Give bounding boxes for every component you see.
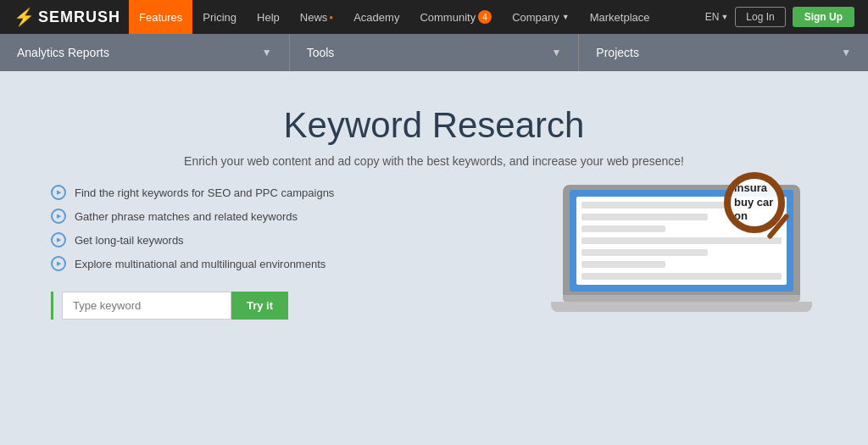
feature-item-1: Find the right keywords for SEO and PPC …	[51, 185, 529, 200]
login-button[interactable]: Log In	[735, 7, 785, 27]
lang-chevron-icon: ▼	[721, 13, 728, 21]
feature-icon-2	[51, 209, 66, 224]
language-selector[interactable]: EN ▼	[705, 11, 729, 23]
feature-item-4: Explore multinational and multilingual e…	[51, 256, 529, 271]
projects-chevron-icon: ▼	[841, 47, 851, 58]
nav-item-company[interactable]: Company ▼	[502, 0, 580, 34]
analytics-chevron-icon: ▼	[262, 47, 272, 58]
community-badge: 4	[478, 10, 492, 24]
features-list: Find the right keywords for SEO and PPC …	[51, 185, 529, 271]
page-title: Keyword Research	[51, 105, 817, 146]
screen-row-2	[581, 214, 708, 220]
laptop-image: insurabuy car on	[563, 185, 800, 312]
nav-items: Features Pricing Help News ● Academy Com…	[129, 0, 705, 34]
company-chevron-icon: ▼	[562, 13, 570, 21]
feature-icon-4	[51, 256, 66, 271]
tools-chevron-icon: ▼	[551, 47, 561, 58]
nav-item-marketplace[interactable]: Marketplace	[580, 0, 660, 34]
subnav-tools-label: Tools	[307, 46, 335, 59]
subnav-projects-label: Projects	[596, 46, 639, 59]
subnav-projects[interactable]: Projects ▼	[579, 34, 868, 71]
nav-right: EN ▼ Log In Sign Up	[705, 7, 854, 27]
nav-item-community[interactable]: Community 4	[409, 0, 502, 34]
logo-icon: ⚡	[14, 7, 35, 27]
signup-button[interactable]: Sign Up	[793, 7, 854, 27]
magnifier-text: insurabuy car on	[731, 178, 778, 228]
feature-icon-1	[51, 185, 66, 200]
laptop-base	[563, 295, 800, 302]
nav-item-help[interactable]: Help	[247, 0, 290, 34]
screen-row-7	[581, 273, 782, 280]
keyword-input[interactable]	[62, 292, 231, 320]
news-dot: ●	[329, 14, 333, 21]
heading-area: Keyword Research Enrich your web content…	[51, 105, 817, 168]
content-columns: Find the right keywords for SEO and PPC …	[51, 185, 817, 320]
feature-item-2: Gather phrase matches and related keywor…	[51, 209, 529, 224]
subnav-analytics-reports[interactable]: Analytics Reports ▼	[0, 34, 290, 71]
try-it-button[interactable]: Try it	[231, 292, 288, 320]
keyword-illustration: insurabuy car on	[546, 185, 817, 312]
secondary-navigation: Analytics Reports ▼ Tools ▼ Projects ▼	[0, 34, 868, 71]
laptop-bottom	[551, 302, 812, 312]
page-subtitle: Enrich your web content and ad copy with…	[51, 154, 817, 168]
features-column: Find the right keywords for SEO and PPC …	[51, 185, 529, 320]
nav-item-academy[interactable]: Academy	[343, 0, 409, 34]
main-content: Keyword Research Enrich your web content…	[0, 71, 868, 445]
nav-item-pricing[interactable]: Pricing	[192, 0, 247, 34]
feature-item-3: Get long-tail keywords	[51, 232, 529, 248]
nav-item-features[interactable]: Features	[129, 0, 192, 34]
magnifier: insurabuy car on	[724, 172, 817, 274]
screen-row-5	[581, 249, 708, 256]
nav-item-news[interactable]: News ●	[290, 0, 343, 34]
subnav-analytics-label: Analytics Reports	[17, 46, 109, 59]
top-navigation: ⚡ SEMRUSH Features Pricing Help News ● A…	[0, 0, 868, 34]
logo[interactable]: ⚡ SEMRUSH	[14, 7, 120, 27]
keyword-search-area: Try it	[51, 292, 529, 320]
screen-row-3	[581, 225, 665, 232]
subnav-tools[interactable]: Tools ▼	[290, 34, 580, 71]
logo-text: SEMRUSH	[38, 8, 120, 26]
screen-row-6	[581, 261, 665, 268]
feature-icon-3	[51, 232, 66, 248]
